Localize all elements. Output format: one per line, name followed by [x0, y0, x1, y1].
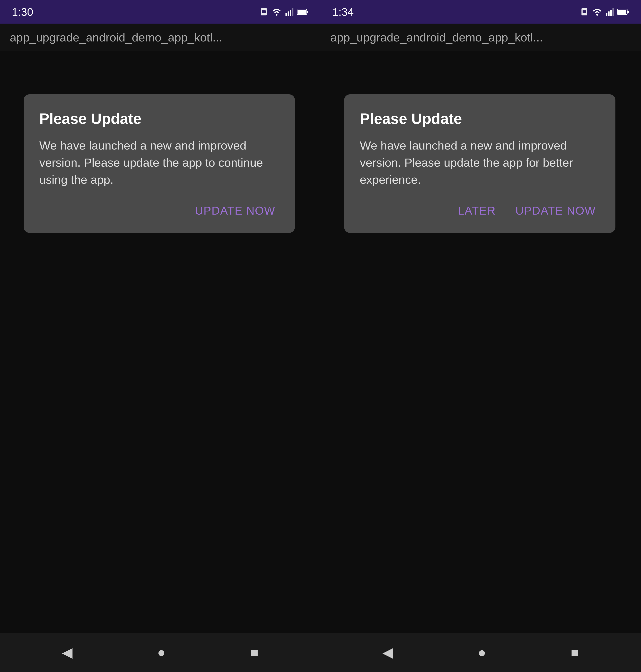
svg-point-3: [276, 14, 278, 16]
status-time-2: 1:34: [332, 5, 354, 18]
app-title-text-2: app_upgrade_android_demo_app_kotl...: [330, 31, 543, 44]
main-content-2: Please Update We have launched a new and…: [320, 51, 641, 633]
main-content-1: Please Update We have launched a new and…: [0, 51, 320, 633]
svg-rect-20: [618, 10, 626, 14]
screen-1: 1:30: [0, 0, 320, 672]
status-bar-2: 1:34: [320, 0, 641, 24]
svg-rect-13: [583, 10, 584, 11]
dialog-actions-2: LATER UPDATE NOW: [360, 200, 600, 221]
dialog-card-1: Please Update We have launched a new and…: [24, 94, 295, 233]
update-now-button-1[interactable]: UPDATE NOW: [191, 200, 279, 221]
status-time-1: 1:30: [12, 5, 33, 18]
sim-icon-1: [260, 8, 268, 16]
back-button-2[interactable]: ◀: [382, 644, 393, 660]
nav-bar-2: ◀ ● ■: [320, 633, 641, 672]
signal-icon-2: [605, 8, 614, 16]
svg-rect-2: [262, 10, 263, 11]
dialog-message-2: We have launched a new and improved vers…: [360, 137, 600, 188]
recent-button-1[interactable]: ■: [250, 644, 258, 660]
screen-2: 1:34: [320, 0, 641, 672]
app-title-bar-1: app_upgrade_android_demo_app_kotl...: [0, 24, 320, 51]
svg-rect-5: [288, 11, 289, 16]
status-icons-1: [260, 8, 309, 16]
dialog-actions-1: UPDATE NOW: [39, 200, 279, 221]
app-title-bar-2: app_upgrade_android_demo_app_kotl...: [320, 24, 641, 51]
svg-rect-7: [292, 8, 294, 16]
status-icons-2: [580, 8, 629, 16]
svg-rect-21: [627, 11, 629, 13]
battery-icon-2: [617, 9, 629, 15]
signal-icon-1: [285, 8, 294, 16]
battery-icon-1: [297, 9, 309, 15]
later-button-2[interactable]: LATER: [454, 200, 500, 221]
svg-rect-6: [290, 10, 291, 16]
back-button-1[interactable]: ◀: [62, 644, 72, 660]
app-title-text-1: app_upgrade_android_demo_app_kotl...: [10, 31, 222, 44]
svg-rect-15: [606, 13, 608, 16]
svg-point-14: [596, 14, 598, 16]
svg-rect-17: [610, 10, 612, 16]
update-now-button-2[interactable]: UPDATE NOW: [512, 200, 600, 221]
home-button-2[interactable]: ●: [478, 644, 486, 660]
dialog-title-2: Please Update: [360, 110, 600, 127]
wifi-icon-2: [592, 8, 602, 16]
svg-rect-10: [307, 11, 308, 13]
svg-rect-18: [613, 8, 614, 16]
status-bar-1: 1:30: [0, 0, 320, 24]
svg-rect-9: [298, 10, 306, 14]
dialog-title-1: Please Update: [39, 110, 279, 127]
svg-rect-16: [608, 11, 610, 16]
wifi-icon-1: [271, 8, 282, 16]
home-button-1[interactable]: ●: [157, 644, 166, 660]
nav-bar-1: ◀ ● ■: [0, 633, 320, 672]
svg-rect-4: [286, 13, 287, 16]
dialog-card-2: Please Update We have launched a new and…: [344, 94, 615, 233]
recent-button-2[interactable]: ■: [571, 644, 579, 660]
sim-icon-2: [580, 8, 589, 16]
dialog-message-1: We have launched a new and improved vers…: [39, 137, 279, 188]
